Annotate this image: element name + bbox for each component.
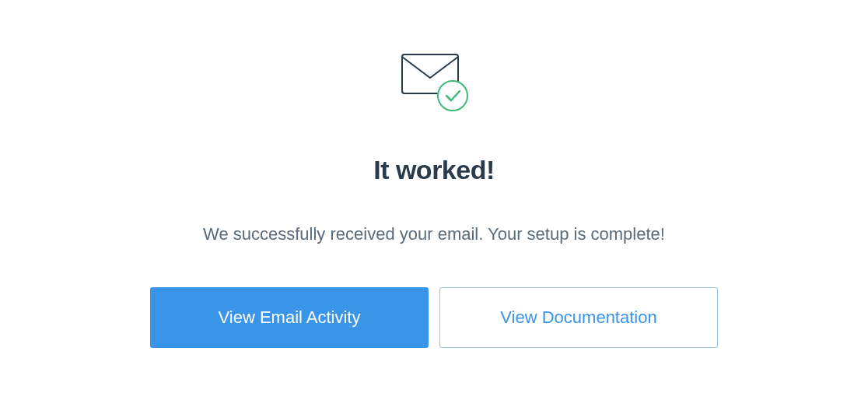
view-documentation-button[interactable]: View Documentation [439,287,718,348]
success-heading: It worked! [373,155,495,185]
success-description: We successfully received your email. You… [203,224,665,244]
button-row: View Email Activity View Documentation [150,287,718,348]
svg-point-1 [438,81,467,111]
view-email-activity-button[interactable]: View Email Activity [150,287,429,348]
envelope-check-icon [398,51,470,116]
